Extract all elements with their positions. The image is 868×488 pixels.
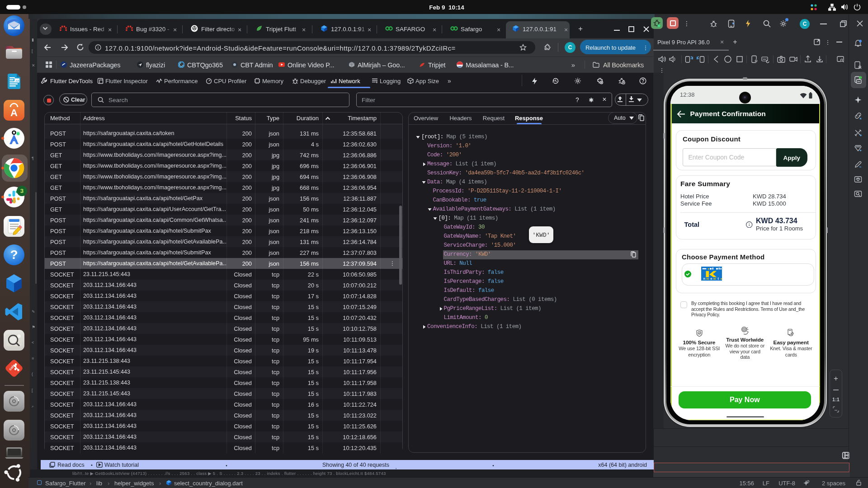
svg-text:t: t [717,277,719,281]
svg-text:e: e [710,277,712,281]
svg-text:n: n [703,277,705,281]
svg-text:A: A [10,107,18,118]
